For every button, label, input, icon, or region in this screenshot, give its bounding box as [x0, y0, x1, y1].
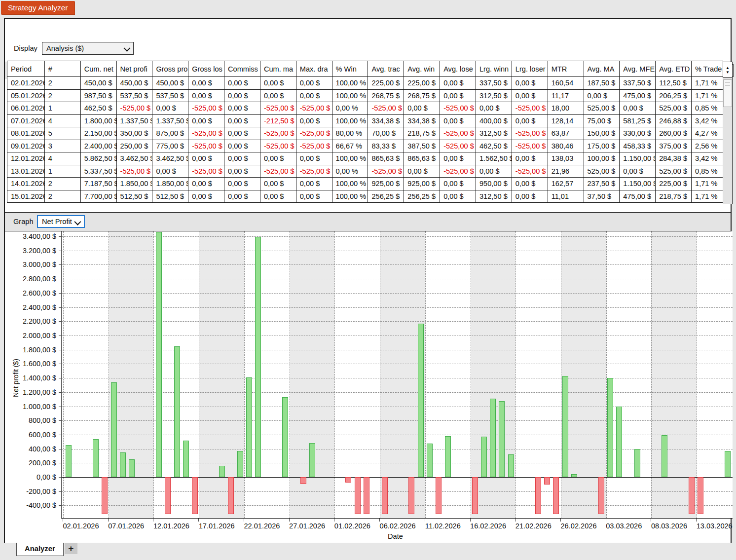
column-header[interactable]: Avg. lose: [440, 61, 476, 77]
table-cell: 250,00 $: [117, 140, 153, 153]
scroll-up-icon[interactable]: ▲: [726, 66, 730, 70]
gridline: [561, 231, 561, 518]
table-cell: 0,00 $: [224, 152, 260, 165]
net-profit-bar: [445, 436, 451, 477]
column-header[interactable]: Cum. net: [81, 61, 117, 77]
y-tick-mark: [59, 449, 61, 449]
column-header[interactable]: % Win: [332, 61, 368, 77]
table-cell: 0,00 $: [188, 178, 224, 190]
column-header[interactable]: Gross pro: [152, 61, 188, 77]
x-tick-mark: [470, 519, 471, 522]
table-cell: 387,50 $: [404, 140, 440, 153]
table-cell: 3: [45, 140, 81, 153]
table-row[interactable]: 14.01.202627.187,50 $1.850,00 $1.850,00 …: [7, 178, 723, 190]
table-cell: 537,50 $: [117, 90, 153, 103]
y-tick-label: 1.600,00 $: [23, 360, 56, 368]
table-row[interactable]: 06.01.20261462,50 $-525,00 $0,00 $-525,0…: [7, 102, 723, 115]
gridline: [651, 231, 652, 518]
table-cell: 462,50 $: [81, 102, 117, 115]
table-cell: 21,96: [548, 165, 584, 178]
column-header[interactable]: Net profi: [117, 61, 153, 77]
table-cell: 0,00 $: [440, 178, 476, 190]
table-cell: -525,00 $: [260, 165, 296, 178]
table-cell: -525,00 $: [117, 102, 153, 115]
gridline: [244, 231, 245, 518]
table-cell: -525,00 $: [296, 127, 332, 140]
net-profit-bar: [246, 377, 252, 477]
table-cell: 246,88 $: [656, 115, 692, 128]
table-cell: 150,00 $: [584, 127, 620, 140]
column-header[interactable]: Lrg. winn: [476, 61, 512, 77]
y-tick-label: 3.200,00 $: [23, 247, 56, 255]
table-cell: 218,75 $: [656, 190, 692, 203]
table-cell: 475,00 $: [620, 190, 656, 203]
net-profit-bar: [508, 454, 514, 477]
table-cell: 0,00 $: [152, 102, 188, 115]
table-cell: 15.01.2026: [7, 190, 45, 203]
graph-select[interactable]: Net Profit: [37, 215, 85, 228]
table-row[interactable]: 05.01.20262987,50 $537,50 $537,50 $0,00 …: [7, 90, 723, 103]
scrollbar-thumb[interactable]: [723, 79, 732, 107]
table-row[interactable]: 09.01.202632.400,00 $250,00 $775,00 $-52…: [7, 140, 723, 153]
scroll-down-icon[interactable]: ▼: [726, 70, 730, 75]
gridline: [62, 407, 733, 407]
scroll-arrows[interactable]: ▲ ▼: [723, 62, 733, 78]
table-cell: 1.150,00 $: [620, 178, 656, 190]
table-cell: 3.462,50 $: [152, 152, 188, 165]
table-cell: 225,00 $: [404, 77, 440, 90]
gridline: [380, 231, 380, 518]
column-header[interactable]: Gross los: [188, 61, 224, 77]
column-header[interactable]: Max. dra: [296, 61, 332, 77]
column-header[interactable]: Avg. win: [404, 61, 440, 77]
net-profit-bar: [93, 439, 99, 477]
table-cell: -525,00 $: [440, 165, 476, 178]
table-row[interactable]: 12.01.202645.862,50 $3.462,50 $3.462,50 …: [7, 152, 723, 165]
column-header[interactable]: Commiss: [224, 61, 260, 77]
table-cell: 0,00 $: [512, 178, 548, 190]
column-header[interactable]: Avg. ETD: [656, 61, 692, 77]
table-cell: 09.01.2026: [7, 140, 45, 153]
net-profit-bar: [725, 451, 731, 477]
table-cell: 0,00 $: [404, 165, 440, 178]
table-row[interactable]: 15.01.202627.700,00 $512,50 $512,50 $0,0…: [7, 190, 723, 203]
table-cell: 100,00 %: [332, 90, 368, 103]
column-header[interactable]: % Trade: [692, 61, 723, 77]
column-header[interactable]: #: [45, 61, 81, 77]
table-cell: 0,00 $: [188, 190, 224, 203]
display-select[interactable]: Analysis ($): [42, 42, 134, 55]
table-row[interactable]: 08.01.202652.150,00 $350,00 $875,00 $-52…: [7, 127, 723, 140]
column-header[interactable]: Cum. ma: [260, 61, 296, 77]
column-header[interactable]: Period: [7, 61, 45, 77]
column-header[interactable]: Avg. trac: [368, 61, 404, 77]
table-cell: 925,00 $: [368, 178, 404, 190]
table-cell: -525,00 $: [188, 165, 224, 178]
x-tick-mark: [515, 519, 515, 522]
table-cell: 128,14: [548, 115, 584, 128]
table-cell: 0,00 $: [440, 152, 476, 165]
net-profit-bar: [183, 441, 189, 477]
window-title-tab[interactable]: Strategy Analyzer: [1, 1, 74, 14]
strategy-analyzer-window: Strategy Analyzer Display Analysis ($) P…: [0, 0, 736, 560]
net-profit-bar: [165, 477, 171, 514]
table-row[interactable]: 13.01.202615.337,50 $-525,00 $0,00 $-525…: [7, 165, 723, 178]
table-row[interactable]: 07.01.202641.800,00 $1.337,50 $1.337,50 …: [7, 115, 723, 128]
y-tick-mark: [59, 420, 61, 421]
table-cell: 375,00 $: [656, 140, 692, 153]
column-header[interactable]: Lrg. loser: [512, 61, 548, 77]
column-header[interactable]: MTR: [548, 61, 584, 77]
table-cell: 380,46: [548, 140, 584, 153]
table-cell: 02.01.2026: [7, 77, 45, 90]
table-cell: 2,56 %: [692, 140, 723, 153]
table-cell: 100,00 %: [332, 152, 368, 165]
table-cell: 312,50 $: [476, 190, 512, 203]
gridline: [290, 231, 290, 518]
scrollbar-track[interactable]: [723, 78, 733, 204]
add-tab-button[interactable]: +: [65, 543, 77, 554]
table-row[interactable]: 02.01.20262450,00 $450,00 $450,00 $0,00 …: [7, 77, 723, 90]
net-profit-bar: [228, 477, 234, 514]
column-header[interactable]: Avg. MFE: [620, 61, 656, 77]
y-tick-label: 3.000,00 $: [23, 261, 56, 268]
y-tick-label: 0,00 $: [37, 473, 56, 481]
column-header[interactable]: Avg. MA: [584, 61, 620, 77]
tab-analyzer[interactable]: Analyzer: [16, 543, 64, 556]
